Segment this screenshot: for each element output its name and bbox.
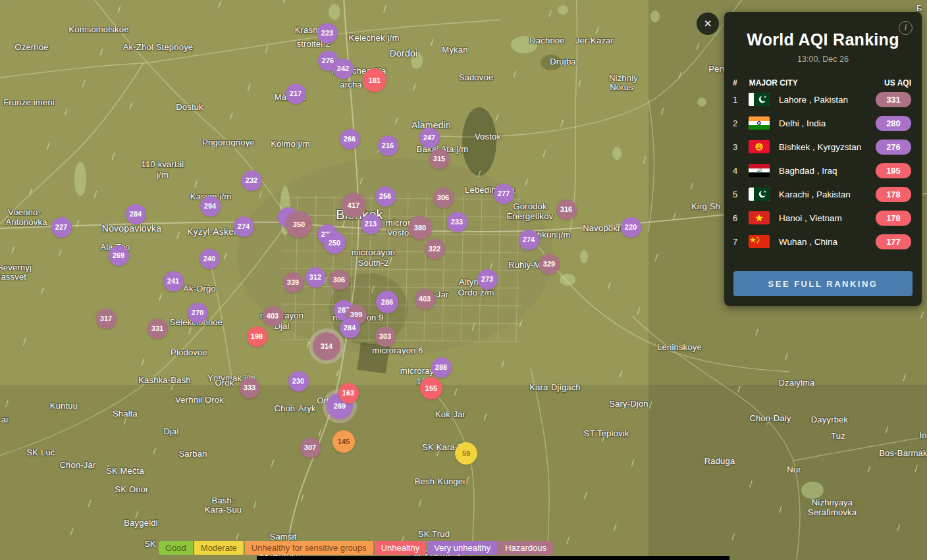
attribution-bar (257, 556, 729, 560)
aqi-marker[interactable]: 331 (147, 318, 168, 339)
aqi-marker[interactable]: 303 (375, 326, 396, 347)
city-name: Baghdad , Iraq (779, 166, 876, 176)
pakistan-flag-icon (749, 93, 770, 106)
aqi-marker[interactable]: 288 (431, 357, 452, 378)
legend-item: Moderate (194, 541, 244, 555)
pakistan-flag-icon (749, 188, 770, 201)
world-aqi-ranking-panel: i World AQI Ranking 13:00, Dec 26 # MAJO… (724, 12, 922, 306)
aqi-marker[interactable]: 247 (419, 128, 440, 148)
svg-text:الله: الله (756, 168, 762, 172)
ranking-row[interactable]: 1Lahore , Pakistan331 (724, 88, 922, 111)
legend-item: Good (159, 541, 193, 555)
city-name: Bishkek , Kyrgyzstan (779, 142, 876, 152)
rank-number: 5 (733, 190, 746, 199)
aqi-marker[interactable]: 181 (363, 68, 386, 92)
aqi-badge: 178 (876, 187, 911, 202)
rank-number: 2 (733, 118, 746, 128)
ranking-table-header: # MAJOR CITY US AQI (724, 78, 922, 88)
aqi-marker[interactable]: 350 (286, 211, 312, 238)
legend-item: Unhealthy (375, 541, 427, 555)
aqi-marker[interactable]: 242 (333, 59, 354, 79)
info-icon[interactable]: i (899, 21, 913, 35)
ranking-row[interactable]: 6Hanoi , Vietnam178 (724, 206, 922, 230)
aqi-marker[interactable]: 273 (477, 269, 498, 290)
aqi-marker[interactable]: 220 (621, 217, 641, 238)
aqi-marker[interactable]: 266 (340, 129, 360, 149)
aqi-marker[interactable]: 250 (323, 232, 346, 254)
aqi-marker[interactable]: 198 (247, 326, 267, 347)
aqi-marker[interactable]: 333 (240, 378, 260, 398)
aqi-marker[interactable]: 277 (494, 184, 514, 204)
aqi-badge: 195 (876, 163, 911, 178)
aqi-marker[interactable]: 227 (51, 217, 72, 238)
legend-item: Hazardous (498, 541, 553, 555)
aqi-marker[interactable]: 403 (263, 306, 283, 326)
close-icon[interactable]: ✕ (697, 13, 719, 35)
aqi-marker[interactable]: 270 (188, 303, 208, 323)
aqi-marker[interactable]: 59 (455, 442, 477, 465)
aqi-marker[interactable]: 417 (341, 193, 366, 218)
column-rank: # (733, 78, 737, 88)
aqi-marker[interactable]: 306 (329, 270, 350, 290)
aqi-marker[interactable]: 317 (96, 309, 117, 329)
city-name: Hanoi , Vietnam (779, 213, 876, 223)
aqi-marker[interactable]: 155 (420, 377, 442, 399)
aqi-marker[interactable]: 230 (288, 371, 309, 392)
aqi-marker[interactable]: 307 (300, 438, 321, 458)
ranking-row[interactable]: 3Bishkek , Kyrgyzstan276 (724, 135, 922, 159)
aqi-legend: GoodModerateUnhealthy for sensitive grou… (159, 541, 553, 555)
aqi-badge: 280 (876, 116, 911, 131)
aqi-marker[interactable]: 274 (519, 230, 539, 250)
aqi-marker[interactable]: 269 (109, 245, 129, 266)
aqi-marker[interactable]: 233 (447, 212, 467, 232)
aqi-marker[interactable]: 339 (283, 272, 304, 293)
aqi-marker[interactable]: 403 (415, 289, 435, 309)
aqi-marker[interactable]: 294 (200, 196, 221, 216)
ranking-row[interactable]: 7Wuhan , China177 (724, 230, 922, 253)
aqi-marker[interactable]: 306 (433, 188, 454, 208)
aqi-marker[interactable]: 314 (313, 332, 340, 360)
aqi-marker[interactable]: 232 (242, 170, 262, 191)
aqi-marker[interactable]: 286 (376, 291, 398, 313)
aqi-marker[interactable]: 241 (163, 271, 184, 292)
aqi-marker[interactable]: 312 (305, 267, 326, 288)
aqi-badge: 331 (876, 92, 911, 107)
aqi-marker[interactable]: 223 (317, 23, 338, 43)
aqi-marker[interactable]: 256 (375, 186, 396, 207)
aqi-marker[interactable]: 316 (556, 199, 577, 220)
aqi-marker[interactable]: 284 (340, 318, 360, 338)
see-full-ranking-button[interactable]: SEE FULL RANKING (733, 271, 913, 296)
city-name: Karachi , Pakistan (779, 190, 876, 199)
rank-number: 1 (733, 95, 746, 105)
vietnam-flag-icon (749, 211, 770, 224)
aqi-marker[interactable]: 145 (332, 430, 355, 453)
aqi-marker[interactable]: 240 (199, 249, 220, 269)
rank-number: 4 (733, 166, 746, 176)
aqi-marker[interactable]: 284 (126, 204, 146, 224)
aqi-marker[interactable]: 380 (408, 216, 432, 240)
ranking-row[interactable]: 4اللهBaghdad , Iraq195 (724, 159, 922, 182)
aqi-marker[interactable]: 213 (361, 214, 381, 234)
ranking-row[interactable]: 5Karachi , Pakistan178 (724, 182, 922, 206)
city-name: Lahore , Pakistan (779, 95, 876, 105)
aqi-marker[interactable]: 274 (234, 216, 254, 237)
legend-item: Very unhealthy (427, 541, 497, 555)
panel-title: World AQI Ranking (724, 12, 922, 49)
aqi-badge: 177 (876, 234, 911, 249)
aqi-marker[interactable]: 217 (286, 84, 306, 104)
panel-timestamp: 13:00, Dec 26 (724, 55, 922, 64)
aqi-marker[interactable]: 315 (429, 149, 450, 169)
aqi-marker[interactable]: 322 (425, 239, 445, 259)
column-city: MAJOR CITY (749, 78, 884, 88)
aqi-badge: 276 (876, 140, 911, 155)
kyrgyzstan-flag-icon (749, 140, 770, 153)
aqi-badge: 178 (876, 211, 911, 226)
aqi-marker[interactable]: 163 (338, 383, 359, 403)
ranking-row[interactable]: 2Delhi , India280 (724, 111, 922, 135)
city-name: Delhi , India (779, 118, 876, 128)
aqi-marker[interactable]: 329 (539, 254, 560, 274)
aqi-map-app: KomsomolskoeOzernoeAk-Zhol StepnoyeFrunz… (0, 0, 927, 560)
ranking-rows: 1Lahore , Pakistan3312Delhi , India2803B… (724, 88, 922, 253)
column-aqi: US AQI (884, 78, 911, 88)
aqi-marker[interactable]: 216 (378, 136, 398, 156)
